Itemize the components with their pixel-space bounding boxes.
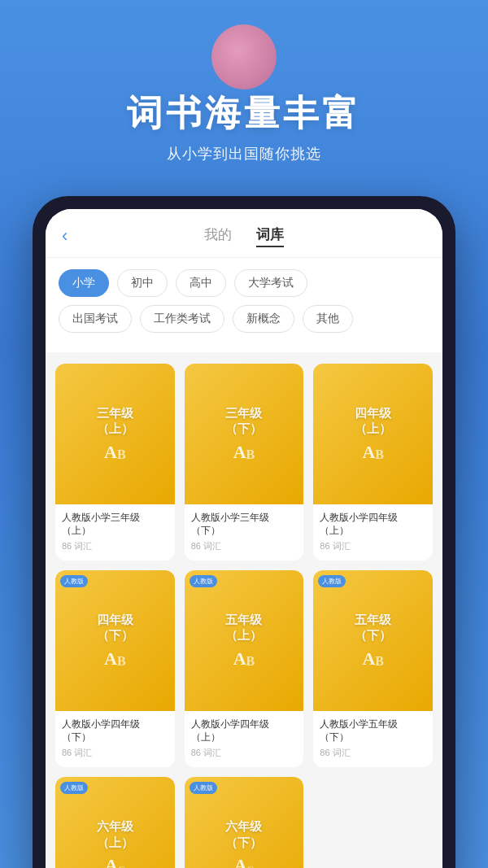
- letter-b: B: [246, 447, 255, 462]
- books-grid: 三年级（上） A B 人教版小学三年级（上） 86 词汇: [55, 364, 433, 868]
- book-badge: 人教版: [60, 575, 88, 587]
- book-item[interactable]: 人教版 五年级（上） A B 人教版小学四年级（上） 86 词汇: [185, 570, 304, 767]
- book-grade: 六年级（上）: [97, 818, 133, 850]
- book-item[interactable]: 人教版 六年级（上） A C 人教版小学六: [55, 777, 175, 868]
- book-grade: 四年级（下）: [97, 612, 133, 643]
- filter-college[interactable]: 大学考试: [234, 269, 307, 297]
- letter-b: B: [117, 654, 126, 669]
- book-count: 86 词汇: [62, 747, 168, 759]
- book-letters: A B: [362, 442, 384, 463]
- filter-abroad[interactable]: 出国考试: [59, 305, 132, 333]
- book-grade: 三年级（上）: [97, 405, 133, 437]
- books-section: 三年级（上） A B 人教版小学三年级（上） 86 词汇: [46, 352, 442, 868]
- letter-a: A: [105, 855, 118, 868]
- book-info: 人教版小学五年级（下） 86 词汇: [313, 711, 433, 768]
- book-cover: 四年级（上） A B: [313, 364, 433, 504]
- letter-a: A: [233, 442, 246, 463]
- filter-high[interactable]: 高中: [176, 269, 226, 297]
- book-grade: 三年级（下）: [225, 405, 262, 437]
- book-item[interactable]: 人教版 四年级（下） A B 人教版小学四年级（下） 86 词汇: [55, 570, 175, 767]
- book-item[interactable]: 三年级（上） A B 人教版小学三年级（上） 86 词汇: [55, 364, 175, 560]
- book-grade: 五年级（上）: [225, 612, 262, 643]
- book-name: 人教版小学四年级（上）: [191, 718, 298, 745]
- book-grade: 四年级（上）: [355, 405, 391, 437]
- app-background: 词书海量丰富 从小学到出国随你挑选 ‹ 我的 词库 小学 初中 高中 大学考试: [0, 0, 488, 868]
- book-info: 人教版小学三年级（上） 86 词汇: [55, 504, 175, 561]
- letter-c: C: [247, 864, 255, 868]
- sub-title: 从小学到出国随你挑选: [24, 144, 464, 164]
- book-item[interactable]: 三年级（下） A B 人教版小学三年级（下） 86 词汇: [185, 364, 304, 560]
- book-info: 人教版小学四年级（上） 86 词汇: [185, 711, 304, 768]
- nav-bar: ‹ 我的 词库: [46, 209, 442, 258]
- book-letters: A C: [105, 855, 125, 868]
- book-letters: A C: [234, 855, 255, 868]
- tab-mine[interactable]: 我的: [204, 224, 232, 247]
- back-button[interactable]: ‹: [62, 225, 68, 246]
- book-name: 人教版小学四年级（下）: [62, 718, 168, 745]
- book-letters: A B: [104, 442, 126, 463]
- filter-primary[interactable]: 小学: [59, 269, 109, 297]
- filter-row-1: 小学 初中 高中 大学考试: [59, 269, 429, 297]
- book-badge: 人教版: [318, 575, 346, 587]
- book-count: 86 词汇: [191, 540, 298, 552]
- book-cover: 人教版 五年级（下） A B: [313, 570, 433, 711]
- book-name: 人教版小学三年级（上）: [62, 511, 168, 539]
- letter-b: B: [375, 654, 384, 669]
- letter-b: B: [246, 654, 255, 669]
- book-info: 人教版小学四年级（下） 86 词汇: [55, 711, 175, 768]
- book-count: 86 词汇: [62, 540, 168, 552]
- book-name: 人教版小学三年级（下）: [191, 511, 298, 539]
- book-badge: 人教版: [60, 782, 88, 794]
- letter-a: A: [233, 648, 246, 670]
- filter-section: 小学 初中 高中 大学考试 出国考试 工作类考试 新概念 其他: [46, 258, 442, 352]
- book-count: 86 词汇: [320, 540, 426, 552]
- book-grade: 五年级（下）: [355, 612, 391, 643]
- book-cover: 人教版 六年级（上） A C: [55, 777, 175, 868]
- main-title: 词书海量丰富: [24, 89, 464, 137]
- phone-frame: ‹ 我的 词库 小学 初中 高中 大学考试 出国考试 工作类考试 新概念: [33, 196, 455, 868]
- book-letters: A B: [104, 648, 126, 670]
- nav-tabs: 我的 词库: [204, 224, 284, 247]
- letter-a: A: [362, 648, 375, 670]
- decoration-circle: [211, 24, 277, 89]
- book-info: 人教版小学三年级（下） 86 词汇: [185, 504, 304, 561]
- book-count: 86 词汇: [320, 747, 426, 759]
- book-name: 人教版小学五年级（下）: [320, 718, 426, 745]
- filter-middle[interactable]: 初中: [117, 269, 168, 297]
- book-info: 人教版小学四年级（上） 86 词汇: [313, 504, 433, 561]
- book-cover: 三年级（下） A B: [185, 364, 304, 504]
- book-name: 人教版小学四年级（上）: [320, 511, 426, 539]
- letter-a: A: [104, 648, 117, 670]
- book-cover: 三年级（上） A B: [55, 364, 175, 504]
- letter-a: A: [104, 442, 117, 463]
- book-item[interactable]: 人教版 六年级（下） A C 人教版小学六: [185, 777, 304, 868]
- letter-b: B: [117, 447, 126, 462]
- filter-row-2: 出国考试 工作类考试 新概念 其他: [59, 305, 429, 333]
- book-item[interactable]: 人教版 五年级（下） A B 人教版小学五年级（下） 86 词汇: [313, 570, 433, 767]
- letter-c: C: [118, 864, 125, 868]
- book-cover: 人教版 六年级（下） A C: [185, 777, 304, 868]
- filter-concept[interactable]: 新概念: [233, 305, 294, 333]
- filter-other[interactable]: 其他: [303, 305, 353, 333]
- letter-b: B: [375, 447, 384, 462]
- book-count: 86 词汇: [191, 747, 298, 759]
- book-badge: 人教版: [190, 782, 217, 794]
- book-grade: 六年级（下）: [225, 818, 262, 850]
- letter-a: A: [234, 855, 247, 868]
- book-item[interactable]: 四年级（上） A B 人教版小学四年级（上） 86 词汇: [313, 364, 433, 560]
- filter-work[interactable]: 工作类考试: [140, 305, 224, 333]
- book-letters: A B: [362, 648, 384, 670]
- tab-library[interactable]: 词库: [256, 224, 284, 247]
- header-section: 词书海量丰富 从小学到出国随你挑选: [0, 0, 488, 180]
- book-letters: A B: [233, 648, 255, 670]
- letter-a: A: [362, 442, 375, 463]
- book-letters: A B: [233, 442, 255, 463]
- phone-screen: ‹ 我的 词库 小学 初中 高中 大学考试 出国考试 工作类考试 新概念: [46, 209, 442, 868]
- book-badge: 人教版: [190, 575, 217, 587]
- book-cover: 人教版 五年级（上） A B: [185, 570, 304, 711]
- book-cover: 人教版 四年级（下） A B: [55, 570, 175, 711]
